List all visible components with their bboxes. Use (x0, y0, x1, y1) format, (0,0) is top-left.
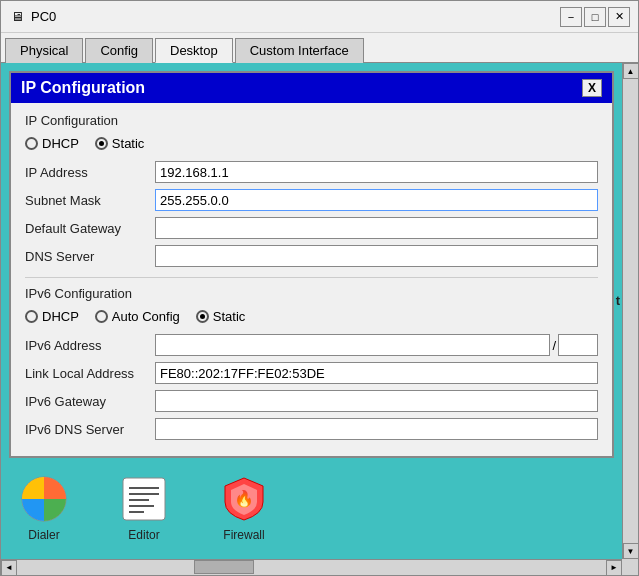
scroll-track-horizontal (17, 560, 606, 575)
ipv6-dns-input[interactable] (155, 418, 598, 440)
scroll-right-button[interactable]: ► (606, 560, 622, 576)
scroll-thumb-horizontal[interactable] (194, 560, 254, 574)
editor-icon (119, 474, 169, 524)
editor-label: Editor (128, 528, 159, 542)
ipv6-auto-label: Auto Config (112, 309, 180, 324)
scroll-track-vertical (623, 79, 638, 543)
subnet-mask-label: Subnet Mask (25, 193, 155, 208)
default-gateway-input[interactable] (155, 217, 598, 239)
scrollbar-horizontal: ◄ ► (1, 559, 622, 575)
ipv6-address-row: IPv6 Address / (25, 334, 598, 356)
ipv6-dhcp-radio[interactable] (25, 310, 38, 323)
ipv6-static-option[interactable]: Static (196, 309, 246, 324)
dialer-icon (19, 474, 69, 524)
ipv6-gateway-row: IPv6 Gateway (25, 390, 598, 412)
ipv6-address-label: IPv6 Address (25, 338, 155, 353)
scroll-up-button[interactable]: ▲ (623, 63, 639, 79)
default-gateway-row: Default Gateway (25, 217, 598, 239)
dhcp-option[interactable]: DHCP (25, 136, 79, 151)
ipv6-gateway-input[interactable] (155, 390, 598, 412)
scroll-down-button[interactable]: ▼ (623, 543, 639, 559)
ip-section-label: IP Configuration (25, 113, 598, 128)
dialer-label: Dialer (28, 528, 59, 542)
ipv6-dhcp-label: DHCP (42, 309, 79, 324)
ipv6-mode-row: DHCP Auto Config Static (25, 309, 598, 324)
window-title: PC0 (31, 9, 560, 24)
static-option[interactable]: Static (95, 136, 145, 151)
bottom-icons-area: Dialer Editor (9, 474, 614, 542)
ip-config-body: IP Configuration DHCP Static (11, 103, 612, 456)
main-window: 🖥 PC0 − □ ✕ Physical Config Desktop Cust… (0, 0, 639, 576)
ip-config-panel: IP Configuration X IP Configuration DHCP (9, 71, 614, 458)
static-label: Static (112, 136, 145, 151)
close-button[interactable]: ✕ (608, 7, 630, 27)
title-bar: 🖥 PC0 − □ ✕ (1, 1, 638, 33)
ipv6-dns-label: IPv6 DNS Server (25, 422, 155, 437)
dns-server-input[interactable] (155, 245, 598, 267)
link-local-input[interactable] (155, 362, 598, 384)
scrollbar-vertical: ▲ ▼ (622, 63, 638, 559)
window-controls: − □ ✕ (560, 7, 630, 27)
window-icon: 🖥 (9, 9, 25, 25)
ip-address-row: IP Address (25, 161, 598, 183)
ip-config-header: IP Configuration X (11, 73, 612, 103)
minimize-button[interactable]: − (560, 7, 582, 27)
ipv6-dns-row: IPv6 DNS Server (25, 418, 598, 440)
dialer-icon-container[interactable]: Dialer (19, 474, 69, 542)
firewall-icon: 🔥 (219, 474, 269, 524)
ipv6-section-label: IPv6 Configuration (25, 286, 598, 301)
ipv6-static-radio[interactable] (196, 310, 209, 323)
default-gateway-label: Default Gateway (25, 221, 155, 236)
ipv6-prefix-input[interactable] (558, 334, 598, 356)
dns-server-label: DNS Server (25, 249, 155, 264)
ipv6-gateway-label: IPv6 Gateway (25, 394, 155, 409)
tab-config[interactable]: Config (85, 38, 153, 63)
scrollbar-corner (622, 559, 638, 575)
dhcp-radio[interactable] (25, 137, 38, 150)
subnet-mask-input[interactable] (155, 189, 598, 211)
subnet-mask-row: Subnet Mask (25, 189, 598, 211)
ipv6-slash: / (550, 338, 558, 353)
ipv6-dhcp-option[interactable]: DHCP (25, 309, 79, 324)
ipv6-section: IPv6 Configuration DHCP Auto Config (25, 277, 598, 440)
ip-config-title: IP Configuration (21, 79, 145, 97)
ip-address-label: IP Address (25, 165, 155, 180)
ip-mode-row: DHCP Static (25, 136, 598, 151)
ipv6-auto-option[interactable]: Auto Config (95, 309, 180, 324)
ipv6-auto-radio[interactable] (95, 310, 108, 323)
ipv6-static-label: Static (213, 309, 246, 324)
editor-icon-container[interactable]: Editor (119, 474, 169, 542)
firewall-icon-container[interactable]: 🔥 Firewall (219, 474, 269, 542)
firewall-label: Firewall (223, 528, 264, 542)
dns-server-row: DNS Server (25, 245, 598, 267)
link-local-label: Link Local Address (25, 366, 155, 381)
dhcp-label: DHCP (42, 136, 79, 151)
ip-config-close-button[interactable]: X (582, 79, 602, 97)
right-edge-label: t (616, 293, 620, 308)
maximize-button[interactable]: □ (584, 7, 606, 27)
static-radio[interactable] (95, 137, 108, 150)
tab-desktop[interactable]: Desktop (155, 38, 233, 63)
tab-physical[interactable]: Physical (5, 38, 83, 63)
content-area: ▲ ▼ ◄ ► IP Configuration X IP (1, 63, 638, 575)
tab-bar: Physical Config Desktop Custom Interface (1, 33, 638, 63)
ipv6-address-input[interactable] (155, 334, 550, 356)
svg-text:🔥: 🔥 (234, 489, 254, 508)
scroll-left-button[interactable]: ◄ (1, 560, 17, 576)
ip-address-input[interactable] (155, 161, 598, 183)
link-local-row: Link Local Address (25, 362, 598, 384)
tab-custom-interface[interactable]: Custom Interface (235, 38, 364, 63)
main-panel: IP Configuration X IP Configuration DHCP (1, 63, 622, 559)
